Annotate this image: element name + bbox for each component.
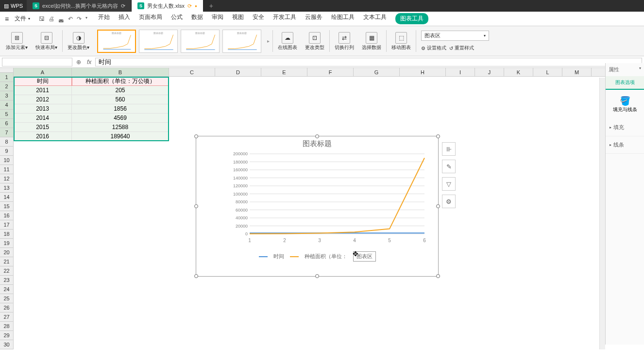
set-format-button[interactable]: ⚙设置格式 (421, 45, 446, 51)
chart-element-select[interactable]: 图表区 ▾ (421, 31, 489, 41)
reset-style-button[interactable]: ↺重置样式 (449, 45, 474, 51)
line-section[interactable]: ▸ 线条 (606, 136, 644, 154)
ribbon-tab-5[interactable]: 审阅 (212, 13, 223, 24)
ribbon-tab-11[interactable]: 文本工具 (363, 13, 387, 24)
row-header-12[interactable]: 12 (0, 174, 13, 183)
row-header-23[interactable]: 23 (0, 276, 13, 285)
gallery-more-icon[interactable]: ▸ (265, 38, 271, 44)
col-header-K[interactable]: K (504, 68, 533, 76)
zoom-icon[interactable]: ⊕ (74, 59, 83, 66)
row-header-17[interactable]: 17 (0, 220, 13, 230)
col-header-J[interactable]: J (475, 68, 504, 76)
fill-line-section[interactable]: 🪣 填充与线条 (606, 90, 644, 119)
chart-legend[interactable]: 时间 种植面积（单位： 图表区 (196, 248, 438, 264)
chart-style-4[interactable]: 图表标题 (222, 30, 261, 53)
doc-tab-1[interactable]: S excel如何快...换两个单元格内容 ⟳ (27, 0, 132, 12)
select-data-button[interactable]: ▦ 选择数据 (358, 30, 385, 52)
cell-r3-c0[interactable]: 2012 (14, 95, 72, 104)
row-header-27[interactable]: 27 (0, 313, 13, 322)
row-header-8[interactable]: 8 (0, 137, 13, 147)
ribbon-tab-10[interactable]: 绘图工具 (331, 13, 355, 24)
panel-tab[interactable]: 图表选项 (606, 76, 644, 90)
row-header-18[interactable]: 18 (0, 230, 13, 239)
doc-tab-2[interactable]: S 男女生人数.xlsx ⟳ ● (132, 0, 203, 12)
online-chart-button[interactable]: ☁ 在线图表 (274, 30, 301, 52)
ribbon-tab-9[interactable]: 云服务 (305, 13, 322, 24)
formula-input[interactable] (95, 58, 642, 66)
chart-plot-area[interactable]: 0200004000060000800001000001200001400001… (196, 151, 438, 248)
col-header-B[interactable]: B (72, 68, 169, 76)
row-header-1[interactable]: 1 (0, 73, 13, 82)
fill-section[interactable]: ▸ 填充 (606, 119, 644, 136)
cell-r3-c1[interactable]: 560 (72, 95, 169, 104)
row-header-10[interactable]: 10 (0, 156, 13, 165)
switch-rowcol-button[interactable]: ⇄ 切换行列 (331, 30, 358, 52)
new-tab-button[interactable]: + (203, 2, 219, 10)
chart-style-3[interactable]: 图表标题 (181, 30, 220, 53)
row-header-11[interactable]: 11 (0, 165, 13, 174)
row-header-28[interactable]: 28 (0, 322, 13, 331)
row-header-16[interactable]: 16 (0, 211, 13, 220)
row-header-20[interactable]: 20 (0, 248, 13, 257)
resize-handle-tl[interactable] (194, 134, 198, 138)
quick-layout-button[interactable]: ⊟ 快速布局▾ (32, 30, 61, 52)
panel-dropdown-icon[interactable]: ▾ (639, 66, 641, 73)
chart-settings-button[interactable]: ⚙ (442, 195, 456, 208)
resize-handle-tm[interactable] (315, 134, 319, 138)
row-header-25[interactable]: 25 (0, 294, 13, 303)
resize-handle-tr[interactable] (436, 134, 440, 138)
col-header-L[interactable]: L (533, 68, 562, 76)
ribbon-tab-12[interactable]: 图表工具 (395, 13, 428, 24)
col-header-H[interactable]: H (400, 68, 446, 76)
undo-icon[interactable]: ↶ (68, 16, 73, 22)
chart-filters-button[interactable]: ▽ (442, 177, 456, 191)
resize-handle-br[interactable] (436, 274, 440, 278)
file-menu[interactable]: 文件 (11, 15, 34, 23)
cell-r7-c0[interactable]: 2016 (14, 132, 72, 141)
ribbon-tab-4[interactable]: 数据 (191, 13, 203, 24)
row-header-19[interactable]: 19 (0, 239, 13, 248)
cell-r7-c1[interactable]: 189640 (72, 132, 169, 141)
col-header-M[interactable]: M (562, 68, 592, 76)
chart-styles-button[interactable]: ✎ (442, 160, 456, 173)
cell-r5-c0[interactable]: 2014 (14, 114, 72, 123)
cell-r6-c0[interactable]: 2015 (14, 123, 72, 132)
row-header-14[interactable]: 14 (0, 193, 13, 202)
cell-header-0[interactable]: 时间 (14, 77, 72, 86)
cell-r4-c0[interactable]: 2013 (14, 104, 72, 114)
chart-title[interactable]: 图表标题 (196, 136, 438, 151)
ribbon-tab-7[interactable]: 安全 (253, 13, 264, 24)
change-color-button[interactable]: ◑ 更改颜色▾ (64, 30, 93, 52)
row-header-30[interactable]: 30 (0, 340, 13, 349)
move-chart-button[interactable]: ⬚ 移动图表 (388, 30, 415, 52)
ribbon-tab-0[interactable]: 开始 (98, 13, 110, 24)
change-type-button[interactable]: ⊡ 更改类型 (301, 30, 328, 52)
select-all-corner[interactable] (0, 68, 14, 73)
redo-icon[interactable]: ↷ (77, 16, 82, 22)
hamburger-icon[interactable]: ≡ (3, 15, 11, 23)
resize-handle-bl[interactable] (194, 274, 198, 278)
save-icon[interactable]: 🖫 (39, 16, 45, 22)
embedded-chart[interactable]: 图表标题 02000040000600008000010000012000014… (196, 136, 439, 277)
resize-handle-bm[interactable] (315, 274, 319, 278)
fx-icon[interactable]: fx (83, 59, 95, 66)
row-header-13[interactable]: 13 (0, 183, 13, 193)
cell-r2-c0[interactable]: 2011 (14, 86, 72, 95)
chart-elements-button[interactable]: ⊪ (442, 142, 456, 156)
cell-r5-c1[interactable]: 4569 (72, 114, 169, 123)
cell-r6-c1[interactable]: 12588 (72, 123, 169, 132)
row-header-15[interactable]: 15 (0, 202, 13, 211)
row-header-4[interactable]: 4 (0, 100, 13, 110)
chart-style-1[interactable]: 图表标题 (97, 30, 136, 53)
col-header-I[interactable]: I (446, 68, 475, 76)
row-header-7[interactable]: 7 (0, 128, 13, 137)
row-header-5[interactable]: 5 (0, 110, 13, 119)
col-header-A[interactable]: A (14, 68, 72, 76)
row-header-29[interactable]: 29 (0, 331, 13, 340)
print-icon[interactable]: 🖨 (49, 16, 54, 22)
add-element-button[interactable]: ⊞ 添加元素▾ (2, 30, 32, 52)
name-box[interactable] (2, 58, 72, 66)
row-header-21[interactable]: 21 (0, 257, 13, 266)
row-header-9[interactable]: 9 (0, 147, 13, 156)
col-header-E[interactable]: E (261, 68, 307, 76)
